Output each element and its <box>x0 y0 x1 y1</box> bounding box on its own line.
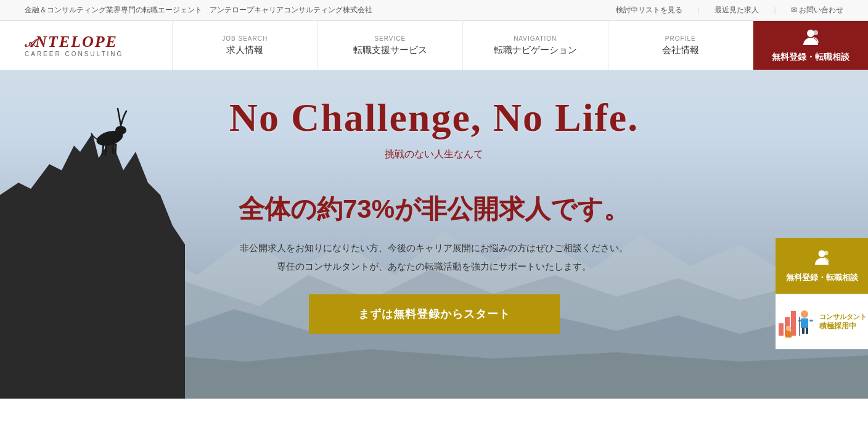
hero-tagline: No Challenge, No Life. <box>229 95 639 141</box>
top-bar-company-text: 金融＆コンサルティング業界専門の転職エージェント アンテロープキャリアコンサルテ… <box>25 5 372 15</box>
nav-service-text: 転職支援サービス <box>353 44 427 56</box>
nav-cta-button[interactable]: 無料登録・転職相談 <box>753 21 868 70</box>
nav-service[interactable]: SERVICE 転職支援サービス <box>318 21 464 70</box>
mail-icon: ✉ <box>791 6 799 14</box>
svg-rect-16 <box>809 320 813 321</box>
floating-sidebar: 無料登録・転職相談 <box>776 238 868 349</box>
svg-point-19 <box>786 326 791 331</box>
top-bar-company: 金融＆コンサルティング業界専門の転職エージェント アンテロープキャリアコンサルテ… <box>25 5 372 15</box>
svg-point-13 <box>801 310 808 318</box>
hero-desc-line1: 非公開求人をお知りになりたい方、今後のキャリア展開にお悩みの方はぜひご相談くださ… <box>240 239 628 276</box>
nav-cta-icon <box>801 28 821 49</box>
top-bar-links: 検討中リストを見る ｜ 最近見た求人 ｜ ✉ お問い合わせ <box>616 5 843 15</box>
hero-stat: 全体の約73%が非公開求人です。 <box>239 192 629 226</box>
register-person-icon <box>813 249 830 268</box>
hero-section: No Challenge, No Life. 挑戦のない人生なんて 全体の約73… <box>0 70 868 399</box>
floating-register-button[interactable]: 無料登録・転職相談 <box>776 238 868 294</box>
nav-job-search-text: 求人情報 <box>226 44 263 56</box>
svg-rect-18 <box>806 328 808 334</box>
nav-job-search[interactable]: JOB SEARCH 求人情報 <box>173 21 318 70</box>
nav-navigation-label: NAVIGATION <box>514 35 557 42</box>
svg-rect-17 <box>802 328 805 334</box>
nav-navigation[interactable]: NAVIGATION 転職ナビゲーション <box>463 21 608 70</box>
nav-cta-text: 無料登録・転職相談 <box>772 51 850 64</box>
divider2: ｜ <box>771 5 779 15</box>
nav-job-search-label: JOB SEARCH <box>222 35 268 42</box>
svg-rect-20 <box>785 331 792 338</box>
hero-sub: 挑戦のない人生なんて <box>385 148 483 161</box>
nav-profile[interactable]: PROFILE 会社情報 <box>608 21 754 70</box>
svg-rect-10 <box>779 323 784 336</box>
svg-point-9 <box>824 251 829 255</box>
logo-antelope: 𝒜NTELOPE <box>25 34 123 50</box>
hero-cta-button[interactable]: まずは無料登録からスタート <box>309 294 560 334</box>
logo-a: 𝒜 <box>25 37 35 49</box>
hero-content: No Challenge, No Life. 挑戦のない人生なんて 全体の約73… <box>0 70 868 334</box>
nav-items: JOB SEARCH 求人情報 SERVICE 転職支援サービス NAVIGAT… <box>173 21 753 70</box>
nav-navigation-text: 転職ナビゲーション <box>494 44 577 56</box>
logo-subtitle: CAREER CONSULTING <box>25 51 123 57</box>
logo: 𝒜NTELOPE CAREER CONSULTING <box>25 34 123 57</box>
floating-register-label: 無料登録・転職相談 <box>786 272 858 283</box>
logo-area[interactable]: 𝒜NTELOPE CAREER CONSULTING <box>0 21 173 70</box>
svg-rect-15 <box>798 320 802 321</box>
review-list-link[interactable]: 検討中リストを見る <box>616 5 682 15</box>
contact-link[interactable]: ✉ お問い合わせ <box>791 5 843 15</box>
consult-sub: 積極採用中 <box>819 321 867 331</box>
svg-point-1 <box>813 30 818 35</box>
floating-consult-button[interactable]: コンサルタント 積極採用中 <box>776 294 868 349</box>
navbar: 𝒜NTELOPE CAREER CONSULTING JOB SEARCH 求人… <box>0 21 868 70</box>
svg-rect-12 <box>791 311 796 336</box>
nav-profile-text: 会社情報 <box>662 44 699 56</box>
top-bar: 金融＆コンサルティング業界専門の転職エージェント アンテロープキャリアコンサルテ… <box>0 0 868 21</box>
nav-service-label: SERVICE <box>374 35 406 42</box>
divider1: ｜ <box>695 5 702 15</box>
floating-consult-text: コンサルタント 積極採用中 <box>819 312 867 331</box>
consult-illustration <box>777 305 814 339</box>
nav-profile-label: PROFILE <box>665 35 696 42</box>
consult-label: コンサルタント <box>819 312 867 321</box>
recently-viewed-link[interactable]: 最近見た求人 <box>714 5 759 15</box>
